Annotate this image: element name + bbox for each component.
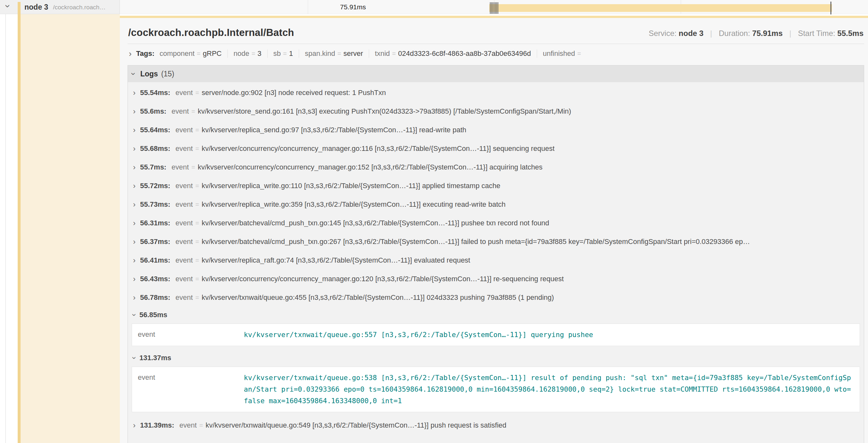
equals-sign: = [195,89,199,97]
log-field-key: event [138,372,244,407]
equals-sign: = [251,50,255,58]
log-field-key: event [176,275,193,283]
detail-panel-accent-border [120,16,868,18]
log-field-key: event [172,107,189,115]
span-duration-bar[interactable] [489,4,832,12]
chevron-down-icon: › [130,356,138,359]
equals-sign: = [195,294,199,301]
trace-span-detail-view: › node 3 /cockroach.roach… 75.91ms [0,0,868,443]
log-timestamp: 55.68ms: [140,144,170,153]
log-detail-card: eventkv/kvserver/txnwait/queue.go:557 [n… [132,323,860,346]
tag-key: node [234,49,249,58]
chevron-right-icon: › [133,275,135,283]
log-field-value: kv/kvserver/concurrency/concurrency_mana… [202,144,555,153]
start-time-value: 55.5ms [837,29,864,38]
log-marker-tick [491,2,492,14]
span-operation-name: /cockroach.roach… [53,4,106,11]
equals-sign: = [195,275,199,283]
log-row[interactable]: ›55.54ms:event=server/node.go:902 [n3] n… [130,83,861,102]
log-field-value: kv/kvserver/replica_write.go:110 [n3,s3,… [202,182,500,190]
tag-span.kind: span.kind=server [305,49,363,58]
tag-key: span.kind [305,49,335,58]
log-field-value: kv/kvserver/concurrency/concurrency_mana… [197,163,542,171]
tag-divider [537,49,537,58]
log-field-value: kv/kvserver/txnwait/queue.go:455 [n3,s3,… [202,294,554,302]
log-row[interactable]: ›55.73ms:event=kv/kvserver/replica_write… [130,195,861,214]
log-field-value: kv/kvserver/replica_write.go:359 [n3,s3,… [202,200,506,209]
span-service-name: node 3 [24,3,48,11]
log-field-key: event [176,256,193,265]
log-timestamp: 55.64ms: [140,126,170,134]
log-timestamp: 55.54ms: [140,89,170,97]
equals-sign: = [191,108,195,115]
span-duration-label: 75.91ms [340,3,366,11]
timeline-gridline [308,0,308,14]
logs-accordion-header[interactable]: › Logs (15) [128,66,864,82]
tag-key: sb [273,49,281,58]
log-row[interactable]: ›55.64ms:event=kv/kvserver/replica_send.… [130,121,861,139]
equals-sign: = [191,164,195,171]
span-detail-panel: /cockroach.roachpb.Internal/Batch Servic… [120,18,868,443]
meta-divider: | [789,29,791,38]
collapse-children-icon[interactable]: › [3,4,13,8]
tag-divider [227,49,228,58]
equals-sign: = [577,50,581,58]
log-row[interactable]: ›56.78ms:event=kv/kvserver/txnwait/queue… [130,288,861,307]
log-row[interactable]: ›55.72ms:event=kv/kvserver/replica_write… [130,176,861,195]
log-row[interactable]: ›55.68ms:event=kv/kvserver/concurrency/c… [130,139,861,158]
log-field-value: kv/kvserver/concurrency/concurrency_mana… [202,275,564,283]
log-field-value: kv/kvserver/store_send.go:161 [n3,s3] ex… [197,107,571,115]
log-row-expanded-header[interactable]: ›56.85ms [130,307,861,323]
log-row[interactable]: ›55.6ms:event=kv/kvserver/store_send.go:… [130,102,861,121]
tag-value: 3 [258,49,261,58]
tag-value: gRPC [203,49,222,58]
log-marker-tick [498,2,498,14]
equals-sign: = [195,238,199,246]
log-row[interactable]: ›56.37ms:event=kv/kvserver/batcheval/cmd… [130,232,861,251]
tag-value: 024d3323-6c8f-4863-aa8b-37ab0e63496d [398,49,531,58]
log-field-value: kv/kvserver/txnwait/queue.go:538 [n3,s3,… [244,372,854,407]
log-row[interactable]: ›56.31ms:event=kv/kvserver/batcheval/cmd… [130,214,861,232]
tags-list: component=gRPCnode=3sb=1span.kind=server… [160,49,583,58]
log-field-value: kv/kvserver/txnwait/queue.go:557 [n3,s3,… [244,329,593,341]
log-row[interactable]: ›56.43ms:event=kv/kvserver/concurrency/c… [130,270,861,288]
chevron-right-icon: › [133,294,135,301]
log-marker-tick [495,2,496,14]
log-field-key: event [176,200,193,209]
log-row[interactable]: ›56.41ms:event=kv/kvserver/replica_raft.… [130,251,861,270]
duration-value: 75.91ms [752,29,783,38]
log-detail-card: eventkv/kvserver/txnwait/queue.go:538 [n… [132,367,860,412]
span-row-timeline[interactable]: 75.91ms [120,0,868,14]
log-marker-tick [496,2,497,14]
log-marker-tick [494,2,494,14]
span-color-stripe [18,2,21,443]
duration-label: Duration: [719,29,750,38]
start-time-label: Start Time: [798,29,835,38]
span-indent-guideline [5,14,6,443]
log-timestamp: 131.39ms: [140,421,174,430]
chevron-right-icon: › [133,145,135,152]
tag-txnid: txnid=024d3323-6c8f-4863-aa8b-37ab0e6349… [375,49,531,58]
chevron-right-icon: › [133,257,135,264]
tags-accordion[interactable]: › Tags: component=gRPCnode=3sb=1span.kin… [127,44,864,63]
log-row-expanded-header[interactable]: ›131.37ms [130,350,861,366]
log-row[interactable]: ›131.39ms:event=kv/kvserver/txnwait/queu… [130,416,861,435]
log-field-value: server/node.go:902 [n3] node received re… [202,89,386,97]
chevron-right-icon: › [133,219,135,227]
equals-sign: = [392,50,396,58]
log-timestamp: 55.72ms: [140,182,170,190]
tag-component: component=gRPC [160,49,222,58]
log-timestamp: 56.31ms: [140,219,170,227]
logs-accordion: › Logs (15) ›55.54ms:event=server/node.g… [127,65,864,443]
equals-sign: = [195,127,199,134]
log-field-key: event [138,329,244,341]
chevron-right-icon: › [133,238,135,246]
tag-key: unfinished [543,49,575,58]
log-row[interactable]: ›55.7ms:event=kv/kvserver/concurrency/co… [130,158,861,176]
log-field-value: kv/kvserver/replica_raft.go:74 [n3,s3,r6… [202,256,470,265]
span-operation-title: /cockroach.roachpb.Internal/Batch [128,27,294,38]
equals-sign: = [195,145,199,152]
logs-list: ›55.54ms:event=server/node.go:902 [n3] n… [128,82,864,435]
tag-divider [369,49,369,58]
service-label: Service: [649,29,677,38]
